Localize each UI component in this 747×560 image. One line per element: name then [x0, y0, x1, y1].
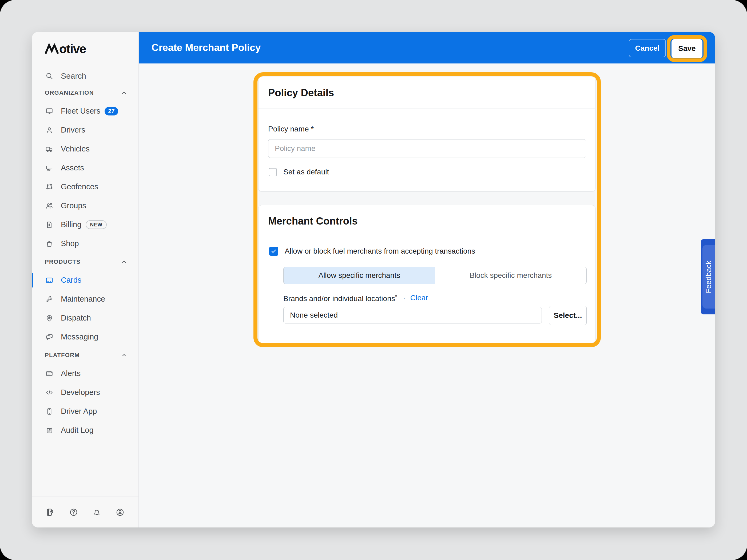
sidebar-item-label: Geofences: [61, 182, 98, 191]
sidebar-item-billing[interactable]: Billing NEW: [32, 215, 138, 234]
truck-icon: [45, 145, 54, 153]
monitor-icon: [45, 107, 54, 115]
active-indicator: [32, 273, 33, 288]
allow-block-checkbox-row[interactable]: Allow or block fuel merchants from accep…: [269, 247, 475, 256]
sidebar-item-driver-app[interactable]: Driver App: [32, 402, 138, 421]
sidebar-item-label: Shop: [61, 239, 79, 248]
dot-separator: ·: [403, 294, 406, 302]
wrench-icon: [45, 295, 54, 303]
feedback-label: Feedback: [704, 261, 713, 293]
merchant-controls-header: Merchant Controls: [259, 205, 595, 237]
main-content: Policy Details Policy name * Set as defa…: [139, 63, 715, 528]
policy-details-card: Policy Details Policy name * Set as defa…: [258, 77, 595, 191]
sidebar-item-label: Developers: [61, 388, 100, 397]
help-icon[interactable]: [69, 508, 78, 517]
clear-link[interactable]: Clear: [410, 294, 428, 302]
sidebar-item-drivers[interactable]: Drivers: [32, 121, 138, 139]
sidebar-item-fleet-users[interactable]: Fleet Users 27: [32, 102, 138, 121]
sidebar-item-developers[interactable]: Developers: [32, 383, 138, 402]
set-as-default-label: Set as default: [283, 168, 329, 176]
fleet-users-count-badge: 27: [105, 107, 118, 115]
set-as-default-checkbox-row[interactable]: Set as default: [269, 168, 329, 176]
select-merchants-button[interactable]: Select...: [549, 306, 587, 325]
brands-label-row: Brands and/or individual locations* · Cl…: [283, 294, 428, 303]
checkbox-checked-icon[interactable]: [269, 247, 278, 256]
sidebar-item-dispatch[interactable]: Dispatch: [32, 309, 138, 327]
sidebar-item-maintenance[interactable]: Maintenance: [32, 290, 138, 309]
allow-specific-merchants-tab[interactable]: Allow specific merchants: [284, 267, 435, 284]
chevron-up-icon[interactable]: [120, 351, 128, 359]
sidebar-item-label: Maintenance: [61, 295, 105, 303]
section-label: PLATFORM: [45, 352, 120, 359]
page-header: Create Merchant Policy Cancel Save: [139, 32, 715, 63]
sidebar-item-messaging[interactable]: Messaging: [32, 327, 138, 346]
sidebar-section-platform: PLATFORM: [32, 346, 138, 364]
chat-icon: [45, 333, 54, 341]
allow-block-label: Allow or block fuel merchants from accep…: [285, 247, 475, 256]
chevron-up-icon[interactable]: [120, 258, 128, 266]
section-label: PRODUCTS: [45, 259, 120, 265]
credit-card-icon: [45, 276, 54, 284]
merchant-mode-segmented-control: Allow specific merchants Block specific …: [283, 267, 587, 284]
merchant-controls-title: Merchant Controls: [268, 215, 358, 227]
motive-logo: otive: [32, 32, 138, 56]
phone-icon: [45, 407, 54, 416]
sidebar-item-label: Drivers: [61, 126, 85, 134]
brands-label: Brands and/or individual locations*: [283, 294, 397, 303]
sidebar-item-label: Cards: [61, 276, 81, 285]
sidebar-section-products: PRODUCTS: [32, 253, 138, 271]
sidebar-item-geofences[interactable]: Geofences: [32, 177, 138, 196]
sidebar-item-cards[interactable]: Cards: [32, 271, 138, 290]
search-input[interactable]: Search: [32, 68, 138, 84]
logo-m-icon: [45, 44, 59, 54]
logo-text: otive: [59, 42, 86, 56]
audit-log-icon: [45, 426, 54, 434]
sidebar-item-label: Fleet Users: [61, 107, 100, 115]
shopping-bag-icon: [45, 240, 54, 248]
people-icon: [45, 202, 54, 210]
sidebar-item-label: Groups: [61, 201, 86, 210]
feedback-tab-inner: Feedback: [702, 245, 715, 309]
policy-name-input[interactable]: [268, 139, 586, 158]
sidebar-item-label: Dispatch: [61, 314, 91, 322]
chevron-up-icon[interactable]: [120, 89, 128, 97]
sidebar-item-label: Audit Log: [61, 426, 94, 435]
merchant-selection-value: None selected: [290, 311, 338, 319]
required-asterisk: *: [395, 294, 397, 299]
feedback-tab[interactable]: Feedback: [701, 239, 715, 314]
billing-new-badge: NEW: [86, 220, 107, 229]
save-button[interactable]: Save: [671, 39, 702, 58]
dispatch-pin-icon: [45, 314, 54, 322]
cancel-button[interactable]: Cancel: [629, 39, 666, 57]
save-highlight-ring: Save: [667, 35, 707, 62]
sidebar-item-vehicles[interactable]: Vehicles: [32, 139, 138, 158]
sidebar-item-assets[interactable]: Assets: [32, 158, 138, 177]
sidebar-item-audit-log[interactable]: Audit Log: [32, 421, 138, 440]
sidebar-section-organization: ORGANIZATION: [32, 84, 138, 102]
trailer-icon: [45, 164, 54, 172]
app-window: otive Search ORGANIZATION Fleet Users 27: [32, 32, 715, 528]
sidebar-item-label: Billing: [61, 220, 81, 229]
sidebar-item-label: Messaging: [61, 332, 98, 341]
sidebar-item-label: Vehicles: [61, 144, 89, 153]
sidebar-item-label: Alerts: [61, 369, 81, 378]
sidebar-item-alerts[interactable]: Alerts: [32, 364, 138, 383]
sidebar-item-groups[interactable]: Groups: [32, 196, 138, 215]
policy-details-header: Policy Details: [259, 77, 595, 109]
page-frame: otive Search ORGANIZATION Fleet Users 27: [0, 0, 747, 560]
sidebar-item-label: Driver App: [61, 407, 97, 416]
merchant-controls-card: Merchant Controls Allow or block fuel me…: [258, 205, 595, 343]
page-title: Create Merchant Policy: [152, 32, 261, 63]
section-label: ORGANIZATION: [45, 89, 120, 96]
bell-icon[interactable]: [92, 508, 101, 517]
avatar-icon[interactable]: [115, 508, 125, 517]
code-icon: [45, 389, 54, 397]
block-specific-merchants-tab[interactable]: Block specific merchants: [435, 267, 587, 284]
search-placeholder: Search: [61, 72, 86, 81]
checkbox-unchecked-icon[interactable]: [269, 168, 277, 176]
sidebar-item-shop[interactable]: Shop: [32, 234, 138, 253]
logbook-icon[interactable]: [46, 508, 55, 517]
policy-details-title: Policy Details: [268, 87, 334, 99]
person-icon: [45, 126, 54, 134]
merchant-selection-field[interactable]: None selected: [283, 307, 542, 323]
